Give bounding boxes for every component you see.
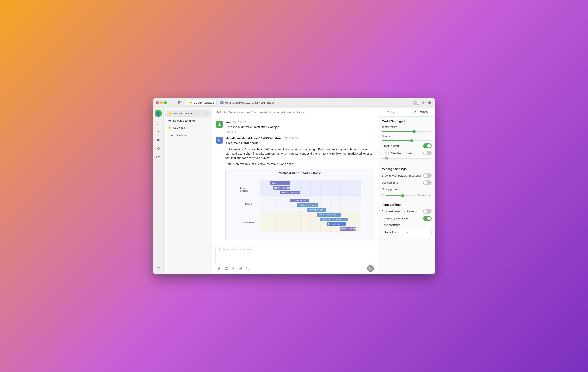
nav-chat-icon[interactable] [155,119,162,127]
send-button[interactable] [367,265,374,272]
svg-text:Test and iterate: Test and iterate [328,223,341,225]
serif-font-row: Use serif font [382,180,431,185]
sidebar-label-default: Default Assistant [173,112,204,115]
nav-folder-icon[interactable] [155,153,162,160]
ai-text-line1: A Mermaid Gantt chart! [225,141,374,145]
font-size-label: Message Font Size [382,188,431,191]
tab-settings[interactable]: Settings [407,108,435,116]
svg-text:Build core functionality: Build core functionality [318,214,337,216]
expand-icon-btn[interactable] [245,266,251,271]
stream-output-toggle[interactable] [423,143,431,148]
paste-long-text-toggle[interactable] [423,216,431,221]
ai-message-content: Meta-llama/Meta-Llama-3.1-405B-Instruct … [225,137,374,240]
user-avatar-msg [216,121,223,128]
user-avatar[interactable]: 👤 [155,110,162,117]
user-message-text: Send me a Mermaid Gantt chart example [225,125,374,129]
close-button[interactable] [156,101,159,104]
send-shortcuts-select[interactable]: Enter Send ▾ [382,229,431,236]
message-user: You 09/26 14:00 Send me a Mermaid Gantt … [216,121,374,133]
svg-text:Define project scope: Define project scope [271,182,288,184]
serif-font-toggle[interactable] [423,180,431,185]
tab-topics[interactable]: Topics [378,108,407,116]
sidebar-emoji-devdocs: ⭐ [168,126,171,129]
minimize-button[interactable] [160,101,163,104]
theme-toggle[interactable] [413,101,420,105]
app-window: ⊟ ⭐ Default Assistant M Meta-llama/Meta-… [153,98,435,274]
image-icon-btn[interactable] [231,266,236,271]
sidebar-item-dev-docs[interactable]: ⭐ Dev docs [165,124,210,131]
table-icon-btn[interactable] [223,266,229,271]
add-assistant-label: Add Assistant [171,134,188,137]
tab-default-assistant[interactable]: ⭐ Default Assistant [186,100,216,105]
ai-text-line3: Here is an example of a simple Mermaid G… [225,162,374,166]
titlebar-tabs: ⭐ Default Assistant M Meta-llama/Meta-Ll… [186,100,411,105]
font-size-small-a: A [382,194,383,196]
attach-icon-btn[interactable] [238,266,243,271]
right-panel-toggle[interactable]: ▦ [427,100,432,105]
font-size-control: A Default A [382,193,431,197]
chat-header: Hello, I'm Default Assistant. You can st… [212,108,378,117]
show-divider-toggle[interactable] [423,173,431,178]
temperature-slider[interactable] [382,131,431,132]
sidebar-toggle-icon[interactable]: ⊟ [170,100,174,105]
temperature-help-icon[interactable]: ? [398,126,399,128]
stream-output-label: Stream Output [382,144,423,148]
user-tokens: Tokens: 8 [225,130,374,133]
input-settings-title: Input Settings [382,203,431,206]
sidebar-item-software-engineer[interactable]: 💻 Software Engineer [165,117,210,124]
chat-messages[interactable]: You 09/26 14:00 Send me a Mermaid Gantt … [212,117,378,242]
svg-text:Create wireframes: Create wireframes [291,200,307,202]
message-ai: M Meta-llama/Meta-Llama-3.1-405B-Instruc… [216,137,374,240]
edit-icon-btn[interactable] [216,266,222,271]
svg-text:Implement UI components: Implement UI components [321,218,344,221]
chat-input-placeholder[interactable]: Type your message here... [215,245,375,264]
sun-icon: ☀ [422,101,425,104]
sidebar-add-assistant[interactable]: + Add Assistant [165,131,210,139]
left-nav: 👤 ✦ [153,108,164,274]
svg-text:Develop project plan: Develop project plan [281,191,298,194]
svg-text:Design: Design [245,203,252,205]
max-tokens-slider [382,158,431,159]
font-size-slider[interactable] [386,194,415,196]
traffic-lights [156,101,167,104]
context-row: Context ? [382,134,431,138]
titlebar: ⊟ ⭐ Default Assistant M Meta-llama/Meta-… [153,98,435,108]
user-name: You [225,121,231,124]
max-tokens-toggle[interactable] [423,151,431,155]
nav-sparkle-icon[interactable]: ✦ [155,128,162,135]
chevron-down-icon: ▾ [407,231,429,234]
svg-rect-5 [157,147,158,148]
main-content: 👤 ✦ [153,108,435,274]
max-tokens-help-icon[interactable]: ? [413,151,414,154]
sidebar-label-engineer: Software Engineer [173,119,208,122]
tab-model[interactable]: M Meta-llama/Meta-Llama-3.1-405B-Instruc… [218,100,278,105]
svg-text:Finalize launch plan: Finalize launch plan [341,228,358,230]
right-panel-tabs: Topics Settings [378,108,435,117]
show-tokens-toggle[interactable] [423,209,431,213]
font-size-row: Message Font Size [382,188,431,191]
nav-grid-icon[interactable] [155,145,162,152]
user-message-header: You 09/26 14:00 [225,121,374,124]
nav-group-icon[interactable] [155,136,162,143]
serif-font-label: Use serif font [382,181,423,184]
svg-point-3 [157,139,158,140]
svg-rect-7 [157,149,158,150]
max-tokens-row: Enable Max Tokens Limit ? [382,151,431,155]
svg-rect-48 [225,267,228,269]
ai-message-text: A Mermaid Gantt chart! Unfortunately, I'… [225,141,374,166]
maximize-button[interactable] [164,101,167,104]
tab-default-label: Default Assistant [193,101,214,104]
nav-settings-icon[interactable] [155,265,162,272]
compose-icon[interactable] [177,100,182,105]
model-icon: M [220,101,223,104]
svg-rect-8 [158,149,160,150]
temperature-label: Temperature ? [382,125,431,128]
ai-avatar-msg: M [216,137,223,144]
sidebar-item-default-assistant[interactable]: ⭐ Default Assistant # [165,110,210,117]
add-icon: + [168,133,170,137]
context-help-icon[interactable]: ? [392,135,393,138]
context-slider[interactable] [382,140,431,141]
refresh-icon[interactable]: ↻ [404,120,406,123]
show-tokens-label: Show estimated input tokens [382,210,423,213]
gantt-chart-container: Mermaid Gantt Chart Example [225,169,374,240]
